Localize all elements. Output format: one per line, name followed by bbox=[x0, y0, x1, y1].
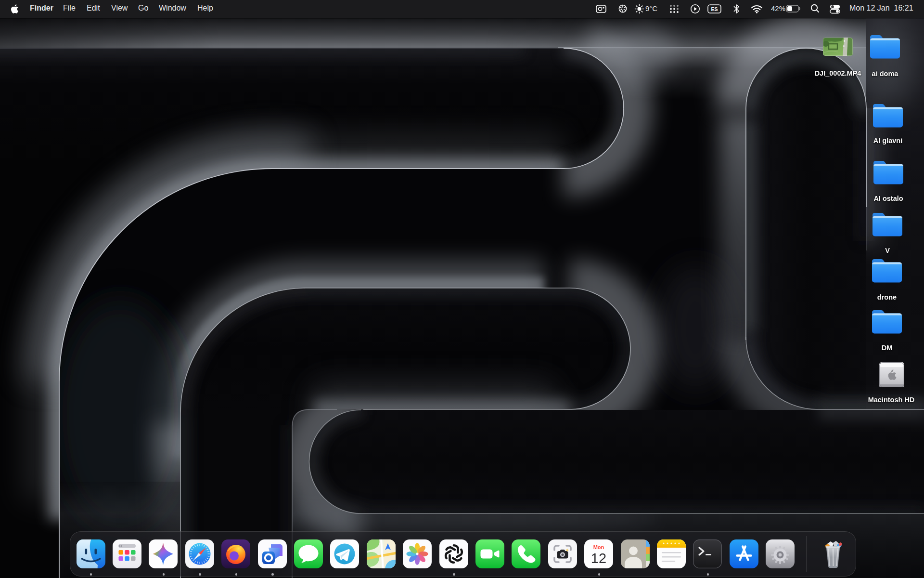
svg-text:12: 12 bbox=[591, 551, 606, 566]
svg-text:ES: ES bbox=[711, 6, 718, 12]
svg-text:Mon: Mon bbox=[593, 544, 604, 550]
